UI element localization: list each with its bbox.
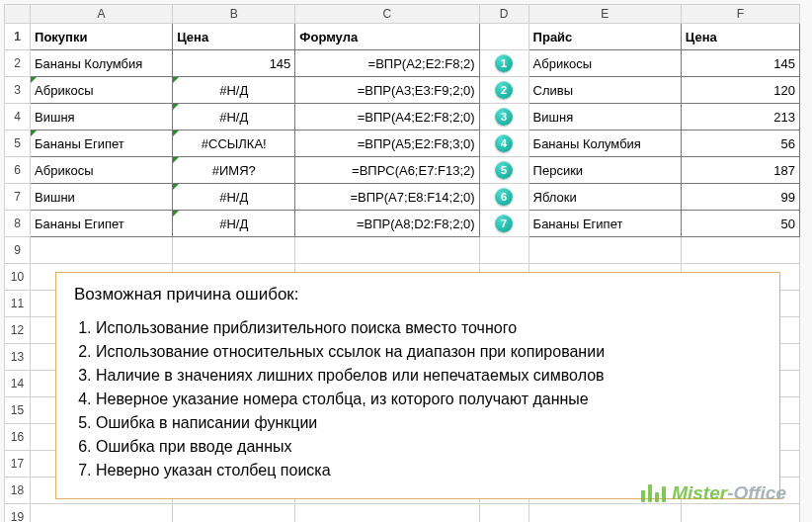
cell-E19[interactable]	[528, 504, 681, 523]
cell-A2[interactable]: Бананы Колумбия	[31, 50, 173, 77]
cell-C8[interactable]: =ВПР(A8;D2:F8;2;0)	[295, 211, 479, 237]
cell-C2[interactable]: =ВПР(A2;E2:F8;2)	[295, 50, 479, 77]
col-header-E[interactable]: E	[528, 5, 681, 24]
list-item: Неверное указание номера столбца, из кот…	[96, 388, 762, 411]
cell-D19[interactable]	[479, 504, 528, 523]
row-header-12[interactable]: 12	[5, 317, 31, 344]
row-header-14[interactable]: 14	[5, 371, 31, 397]
corner-cell[interactable]	[5, 5, 31, 24]
table-row: 7Вишни#Н/Д=ВПР(A7;E8:F14;2;0)6Яблоки99	[5, 184, 800, 211]
error-indicator-icon	[173, 184, 179, 190]
cell-B8[interactable]: #Н/Д	[173, 211, 295, 237]
cell-A4[interactable]: Вишня	[31, 104, 173, 130]
cell-A5[interactable]: Бананы Египет	[31, 130, 173, 157]
cell-A19[interactable]	[31, 504, 173, 523]
logo-bars-icon	[641, 484, 666, 502]
column-header-row: A B C D E F	[5, 5, 800, 24]
number-badge-icon: 3	[495, 108, 513, 126]
row-header-8[interactable]: 8	[5, 211, 31, 237]
cell-A7[interactable]: Вишни	[31, 184, 173, 211]
error-indicator-icon	[173, 104, 179, 110]
cell-D4[interactable]: 3	[479, 104, 528, 130]
cell-B3[interactable]: #Н/Д	[173, 77, 295, 104]
cell-E5[interactable]: Бананы Колумбия	[528, 130, 681, 157]
cell-E6[interactable]: Персики	[528, 157, 681, 184]
cell-E3[interactable]: Сливы	[528, 77, 681, 104]
cell-F1[interactable]: Цена	[681, 24, 799, 50]
col-header-B[interactable]: B	[173, 5, 295, 24]
cell-E8[interactable]: Бананы Египет	[528, 211, 681, 237]
cell-F4[interactable]: 213	[681, 104, 799, 130]
cell-E9[interactable]	[528, 237, 681, 264]
cell-F8[interactable]: 50	[681, 211, 799, 237]
cell-F9[interactable]	[681, 237, 799, 264]
row-header-13[interactable]: 13	[5, 344, 31, 371]
cell-A8[interactable]: Бананы Египет	[31, 211, 173, 237]
cell-D8[interactable]: 7	[479, 211, 528, 237]
row-header-6[interactable]: 6	[5, 157, 31, 184]
row-header-4[interactable]: 4	[5, 104, 31, 130]
cell-B1[interactable]: Цена	[173, 24, 295, 50]
cell-B9[interactable]	[173, 237, 295, 264]
cell-E7[interactable]: Яблоки	[528, 184, 681, 211]
cell-D6[interactable]: 5	[479, 157, 528, 184]
cell-B19[interactable]	[173, 504, 295, 523]
cell-A6[interactable]: Абрикосы	[31, 157, 173, 184]
cell-C7[interactable]: =ВПР(A7;E8:F14;2;0)	[295, 184, 479, 211]
cell-C6[interactable]: =ВПРС(A6;E7:F13;2)	[295, 157, 479, 184]
row-header-16[interactable]: 16	[5, 424, 31, 451]
cell-F19[interactable]	[681, 504, 799, 523]
cell-C4[interactable]: =ВПР(A4;E2:F8;2;0)	[295, 104, 479, 130]
col-header-A[interactable]: A	[31, 5, 173, 24]
list-item: Ошибка при вводе данных	[96, 435, 762, 459]
cell-B6[interactable]: #ИМЯ?	[173, 157, 295, 184]
cell-D3[interactable]: 2	[479, 77, 528, 104]
cell-C19[interactable]	[295, 504, 479, 523]
row-header-10[interactable]: 10	[5, 264, 31, 291]
row-header-5[interactable]: 5	[5, 130, 31, 157]
col-header-D[interactable]: D	[479, 5, 528, 24]
cell-C1[interactable]: Формула	[295, 24, 479, 50]
col-header-C[interactable]: C	[295, 5, 479, 24]
table-row: 2Бананы Колумбия145=ВПР(A2;E2:F8;2)1Абри…	[5, 50, 800, 77]
cell-F3[interactable]: 120	[681, 77, 799, 104]
row-header-1[interactable]: 1	[5, 24, 31, 50]
cell-E1[interactable]: Прайс	[528, 24, 681, 50]
error-indicator-icon	[173, 77, 179, 83]
cell-A3[interactable]: Абрикосы	[31, 77, 173, 104]
cell-D9[interactable]	[479, 237, 528, 264]
cell-C9[interactable]	[295, 237, 479, 264]
cell-C5[interactable]: =ВПР(A5;E2:F8;3;0)	[295, 130, 479, 157]
cell-B7[interactable]: #Н/Д	[173, 184, 295, 211]
row-header-9[interactable]: 9	[5, 237, 31, 264]
cell-F2[interactable]: 145	[681, 50, 799, 77]
cell-A1[interactable]: Покупки	[31, 24, 173, 50]
cell-D2[interactable]: 1	[479, 50, 528, 77]
cell-B2[interactable]: 145	[173, 50, 295, 77]
cell-F6[interactable]: 187	[681, 157, 799, 184]
row-header-19[interactable]: 19	[5, 504, 31, 523]
row-header-2[interactable]: 2	[5, 50, 31, 77]
cell-F5[interactable]: 56	[681, 130, 799, 157]
cell-D1[interactable]	[479, 24, 528, 50]
row-header-17[interactable]: 17	[5, 451, 31, 478]
cell-E4[interactable]: Вишня	[528, 104, 681, 130]
error-causes-textbox[interactable]: Возможная причина ошибок: Использование …	[55, 272, 780, 499]
col-header-F[interactable]: F	[681, 5, 799, 24]
cell-B5[interactable]: #ССЫЛКА!	[173, 130, 295, 157]
cell-D5[interactable]: 4	[479, 130, 528, 157]
row-header-15[interactable]: 15	[5, 397, 31, 424]
error-indicator-icon	[173, 157, 179, 163]
row-header-7[interactable]: 7	[5, 184, 31, 211]
row-header-18[interactable]: 18	[5, 478, 31, 504]
cell-C3[interactable]: =ВПР(A3;E3:F9;2;0)	[295, 77, 479, 104]
cell-E2[interactable]: Абрикосы	[528, 50, 681, 77]
cell-F7[interactable]: 99	[681, 184, 799, 211]
row-header-11[interactable]: 11	[5, 291, 31, 317]
row-header-3[interactable]: 3	[5, 77, 31, 104]
table-header-row: 1 Покупки Цена Формула Прайс Цена	[5, 24, 800, 50]
cell-D7[interactable]: 6	[479, 184, 528, 211]
number-badge-icon: 4	[495, 134, 513, 152]
cell-A9[interactable]	[31, 237, 173, 264]
cell-B4[interactable]: #Н/Д	[173, 104, 295, 130]
